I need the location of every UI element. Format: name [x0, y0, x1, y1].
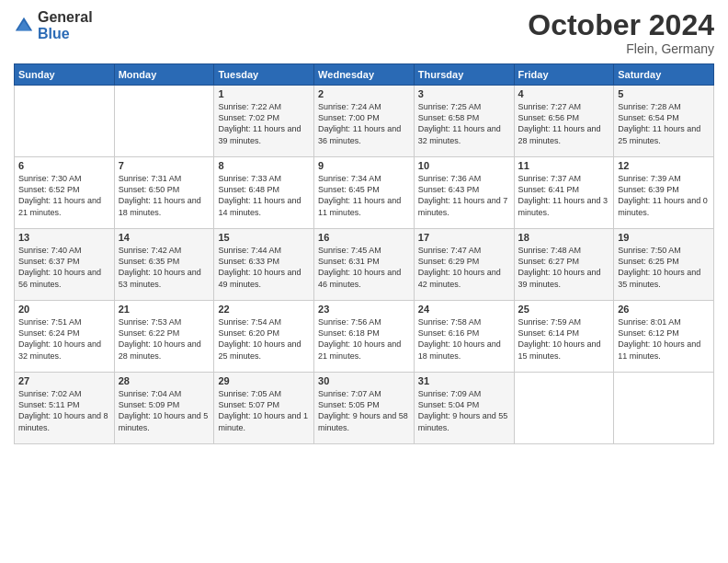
day-number: 25 — [518, 304, 610, 315]
cell-content: Sunrise: 8:01 AM Sunset: 6:12 PM Dayligh… — [618, 316, 710, 362]
calendar-cell: 22Sunrise: 7:54 AM Sunset: 6:20 PM Dayli… — [214, 301, 314, 373]
header-day: Wednesday — [314, 64, 415, 86]
calendar-cell — [514, 373, 614, 444]
cell-content: Sunrise: 7:58 AM Sunset: 6:16 PM Dayligh… — [418, 316, 510, 362]
cell-content: Sunrise: 7:36 AM Sunset: 6:43 PM Dayligh… — [418, 173, 510, 218]
day-number: 23 — [318, 304, 410, 315]
title-block: October 2024 Flein, Germany — [528, 9, 714, 56]
calendar-cell: 14Sunrise: 7:42 AM Sunset: 6:35 PM Dayli… — [114, 229, 214, 301]
calendar-cell: 20Sunrise: 7:51 AM Sunset: 6:24 PM Dayli… — [15, 301, 115, 373]
cell-content: Sunrise: 7:07 AM Sunset: 5:05 PM Dayligh… — [318, 388, 410, 433]
logo-blue: Blue — [38, 26, 93, 42]
calendar-cell: 13Sunrise: 7:40 AM Sunset: 6:37 PM Dayli… — [15, 229, 115, 301]
day-number: 4 — [518, 88, 610, 99]
day-number: 9 — [318, 160, 410, 171]
cell-content: Sunrise: 7:25 AM Sunset: 6:58 PM Dayligh… — [418, 101, 510, 146]
calendar-row: 13Sunrise: 7:40 AM Sunset: 6:37 PM Dayli… — [15, 229, 714, 301]
day-number: 14 — [119, 232, 210, 243]
calendar-cell: 12Sunrise: 7:39 AM Sunset: 6:39 PM Dayli… — [614, 157, 714, 229]
cell-content: Sunrise: 7:34 AM Sunset: 6:45 PM Dayligh… — [318, 173, 410, 218]
calendar-cell: 21Sunrise: 7:53 AM Sunset: 6:22 PM Dayli… — [114, 301, 214, 373]
cell-content: Sunrise: 7:04 AM Sunset: 5:09 PM Dayligh… — [119, 388, 210, 433]
header-day: Friday — [514, 64, 614, 86]
logo-icon — [14, 16, 34, 36]
cell-content: Sunrise: 7:31 AM Sunset: 6:50 PM Dayligh… — [119, 173, 210, 218]
day-number: 29 — [218, 375, 310, 386]
calendar-cell: 17Sunrise: 7:47 AM Sunset: 6:29 PM Dayli… — [414, 229, 514, 301]
month-title: October 2024 — [528, 9, 714, 41]
day-number: 22 — [218, 304, 310, 315]
day-number: 19 — [618, 232, 710, 243]
cell-content: Sunrise: 7:28 AM Sunset: 6:54 PM Dayligh… — [618, 101, 710, 146]
calendar-cell: 9Sunrise: 7:34 AM Sunset: 6:45 PM Daylig… — [314, 157, 415, 229]
day-number: 3 — [418, 88, 510, 99]
header-day: Saturday — [614, 64, 714, 86]
calendar-cell: 25Sunrise: 7:59 AM Sunset: 6:14 PM Dayli… — [514, 301, 614, 373]
cell-content: Sunrise: 7:39 AM Sunset: 6:39 PM Dayligh… — [618, 173, 710, 218]
header-day: Thursday — [414, 64, 514, 86]
calendar-cell: 30Sunrise: 7:07 AM Sunset: 5:05 PM Dayli… — [314, 373, 415, 444]
day-number: 30 — [318, 375, 410, 386]
calendar-cell: 28Sunrise: 7:04 AM Sunset: 5:09 PM Dayli… — [114, 373, 214, 444]
cell-content: Sunrise: 7:59 AM Sunset: 6:14 PM Dayligh… — [518, 316, 610, 362]
cell-content: Sunrise: 7:42 AM Sunset: 6:35 PM Dayligh… — [119, 245, 210, 290]
day-number: 10 — [418, 160, 510, 171]
calendar-cell: 26Sunrise: 8:01 AM Sunset: 6:12 PM Dayli… — [614, 301, 714, 373]
header-row: SundayMondayTuesdayWednesdayThursdayFrid… — [15, 64, 714, 86]
header-day: Monday — [114, 64, 214, 86]
calendar-cell: 24Sunrise: 7:58 AM Sunset: 6:16 PM Dayli… — [414, 301, 514, 373]
calendar-cell: 19Sunrise: 7:50 AM Sunset: 6:25 PM Dayli… — [614, 229, 714, 301]
cell-content: Sunrise: 7:27 AM Sunset: 6:56 PM Dayligh… — [518, 101, 610, 146]
day-number: 20 — [18, 304, 110, 315]
calendar-cell: 3Sunrise: 7:25 AM Sunset: 6:58 PM Daylig… — [414, 86, 514, 157]
calendar-cell: 7Sunrise: 7:31 AM Sunset: 6:50 PM Daylig… — [114, 157, 214, 229]
cell-content: Sunrise: 7:47 AM Sunset: 6:29 PM Dayligh… — [418, 245, 510, 290]
calendar-cell — [15, 86, 115, 157]
header: General Blue October 2024 Flein, Germany — [14, 9, 714, 56]
cell-content: Sunrise: 7:53 AM Sunset: 6:22 PM Dayligh… — [119, 316, 210, 362]
day-number: 11 — [518, 160, 610, 171]
calendar-cell: 11Sunrise: 7:37 AM Sunset: 6:41 PM Dayli… — [514, 157, 614, 229]
calendar-cell: 10Sunrise: 7:36 AM Sunset: 6:43 PM Dayli… — [414, 157, 514, 229]
day-number: 16 — [318, 232, 410, 243]
header-day: Sunday — [15, 64, 115, 86]
day-number: 28 — [119, 375, 210, 386]
cell-content: Sunrise: 7:40 AM Sunset: 6:37 PM Dayligh… — [18, 245, 110, 290]
day-number: 31 — [418, 375, 510, 386]
day-number: 1 — [218, 88, 310, 99]
cell-content: Sunrise: 7:24 AM Sunset: 7:00 PM Dayligh… — [318, 101, 410, 146]
cell-content: Sunrise: 7:54 AM Sunset: 6:20 PM Dayligh… — [218, 316, 310, 362]
calendar-cell: 1Sunrise: 7:22 AM Sunset: 7:02 PM Daylig… — [214, 86, 314, 157]
calendar-table: SundayMondayTuesdayWednesdayThursdayFrid… — [14, 63, 714, 444]
header-day: Tuesday — [214, 64, 314, 86]
cell-content: Sunrise: 7:51 AM Sunset: 6:24 PM Dayligh… — [18, 316, 110, 362]
calendar-cell — [114, 86, 214, 157]
cell-content: Sunrise: 7:44 AM Sunset: 6:33 PM Dayligh… — [218, 245, 310, 290]
day-number: 15 — [218, 232, 310, 243]
cell-content: Sunrise: 7:48 AM Sunset: 6:27 PM Dayligh… — [518, 245, 610, 290]
calendar-cell: 23Sunrise: 7:56 AM Sunset: 6:18 PM Dayli… — [314, 301, 415, 373]
calendar-row: 1Sunrise: 7:22 AM Sunset: 7:02 PM Daylig… — [15, 86, 714, 157]
day-number: 7 — [119, 160, 210, 171]
cell-content: Sunrise: 7:56 AM Sunset: 6:18 PM Dayligh… — [318, 316, 410, 362]
day-number: 12 — [618, 160, 710, 171]
cell-content: Sunrise: 7:37 AM Sunset: 6:41 PM Dayligh… — [518, 173, 610, 218]
location: Flein, Germany — [528, 41, 714, 56]
calendar-cell: 18Sunrise: 7:48 AM Sunset: 6:27 PM Dayli… — [514, 229, 614, 301]
day-number: 8 — [218, 160, 310, 171]
day-number: 6 — [18, 160, 110, 171]
day-number: 27 — [18, 375, 110, 386]
day-number: 21 — [119, 304, 210, 315]
day-number: 5 — [618, 88, 710, 99]
calendar-cell: 29Sunrise: 7:05 AM Sunset: 5:07 PM Dayli… — [214, 373, 314, 444]
calendar-cell: 6Sunrise: 7:30 AM Sunset: 6:52 PM Daylig… — [15, 157, 115, 229]
calendar-cell: 4Sunrise: 7:27 AM Sunset: 6:56 PM Daylig… — [514, 86, 614, 157]
calendar-cell: 5Sunrise: 7:28 AM Sunset: 6:54 PM Daylig… — [614, 86, 714, 157]
cell-content: Sunrise: 7:33 AM Sunset: 6:48 PM Dayligh… — [218, 173, 310, 218]
calendar-cell: 8Sunrise: 7:33 AM Sunset: 6:48 PM Daylig… — [214, 157, 314, 229]
calendar-row: 6Sunrise: 7:30 AM Sunset: 6:52 PM Daylig… — [15, 157, 714, 229]
calendar-cell — [614, 373, 714, 444]
calendar-row: 27Sunrise: 7:02 AM Sunset: 5:11 PM Dayli… — [15, 373, 714, 444]
cell-content: Sunrise: 7:02 AM Sunset: 5:11 PM Dayligh… — [18, 388, 110, 433]
logo-text: General Blue — [38, 9, 93, 41]
